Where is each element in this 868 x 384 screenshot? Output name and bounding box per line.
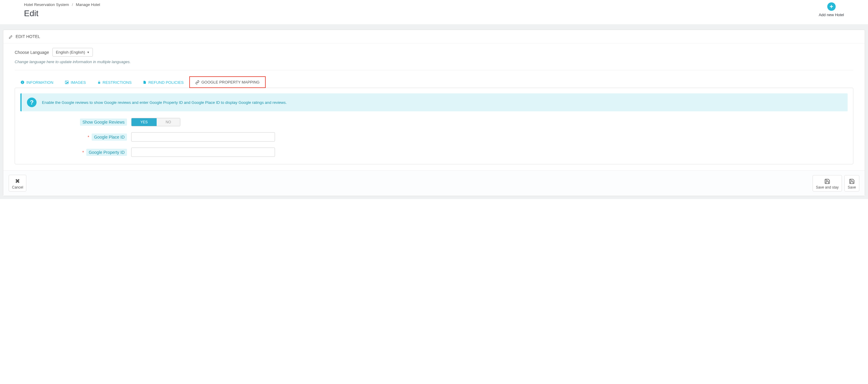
language-selected: English (English) <box>56 50 85 55</box>
breadcrumb-current[interactable]: Manage Hotel <box>76 2 100 7</box>
pencil-icon <box>9 34 12 39</box>
tab-refund-policies[interactable]: REFUND POLICIES <box>137 76 189 88</box>
panel-heading: EDIT HOTEL <box>3 30 865 43</box>
language-row: Choose Language English (English) ▼ <box>15 48 853 57</box>
tab-images[interactable]: IMAGES <box>59 76 92 88</box>
breadcrumb-root[interactable]: Hotel Reservation System <box>24 2 69 7</box>
breadcrumb: Hotel Reservation System / Manage Hotel <box>24 2 100 7</box>
svg-rect-2 <box>22 82 23 82</box>
save-icon <box>848 178 856 185</box>
property-id-row: * Google Property ID <box>20 148 848 157</box>
content-area: EDIT HOTEL Choose Language English (Engl… <box>0 24 868 199</box>
svg-rect-1 <box>22 82 23 83</box>
google-place-id-input[interactable] <box>131 132 275 141</box>
google-property-id-input[interactable] <box>131 148 275 157</box>
link-icon <box>195 80 199 85</box>
show-reviews-label: Show Google Reviews <box>80 119 127 126</box>
cancel-button[interactable]: ✖ Cancel <box>9 175 26 192</box>
info-banner-text: Enable the Google reviews to show Google… <box>42 100 287 105</box>
divider <box>15 70 853 70</box>
save-button[interactable]: Save <box>844 175 859 192</box>
property-id-label: Google Property ID <box>86 149 127 156</box>
tab-google-property-mapping[interactable]: GOOGLE PROPERTY MAPPING <box>189 76 266 88</box>
required-indicator: * <box>88 135 89 139</box>
plus-circle-icon: + <box>827 2 836 11</box>
question-circle-icon: ? <box>27 98 36 107</box>
language-label: Choose Language <box>15 50 49 55</box>
close-icon: ✖ <box>12 178 23 185</box>
page-title: Edit <box>24 9 100 18</box>
language-select[interactable]: English (English) ▼ <box>53 48 93 57</box>
tabs: INFORMATION IMAGES RESTRICTIONS REFUND P… <box>15 76 853 88</box>
image-icon <box>65 80 69 85</box>
show-reviews-toggle[interactable]: YES NO <box>131 118 180 126</box>
show-reviews-row: Show Google Reviews YES NO <box>20 118 848 126</box>
file-icon <box>143 80 147 85</box>
breadcrumb-separator: / <box>72 2 73 7</box>
tab-restrictions[interactable]: RESTRICTIONS <box>92 76 137 88</box>
required-indicator: * <box>82 150 84 155</box>
toggle-no[interactable]: NO <box>157 118 180 126</box>
save-and-stay-button[interactable]: Save and stay <box>813 175 842 192</box>
place-id-label: Google Place ID <box>92 133 127 141</box>
place-id-row: * Google Place ID <box>20 132 848 141</box>
add-new-hotel-button[interactable]: + Add new Hotel <box>818 2 844 17</box>
info-icon <box>20 80 25 85</box>
panel-title: EDIT HOTEL <box>16 34 40 39</box>
add-hotel-label: Add new Hotel <box>818 12 844 17</box>
edit-hotel-panel: EDIT HOTEL Choose Language English (Engl… <box>3 30 865 196</box>
save-icon <box>816 178 839 185</box>
svg-point-4 <box>66 82 66 82</box>
toggle-yes[interactable]: YES <box>131 118 157 126</box>
panel-footer: ✖ Cancel Save and stay Save <box>3 170 865 196</box>
language-help-text: Change language here to update informati… <box>15 60 853 64</box>
page-header: Hotel Reservation System / Manage Hotel … <box>0 0 868 24</box>
svg-rect-5 <box>98 82 100 84</box>
tab-information[interactable]: INFORMATION <box>15 76 59 88</box>
tab-content: ? Enable the Google reviews to show Goog… <box>15 88 853 164</box>
lock-icon <box>97 80 101 85</box>
caret-down-icon: ▼ <box>87 51 90 54</box>
info-banner: ? Enable the Google reviews to show Goog… <box>20 93 848 111</box>
